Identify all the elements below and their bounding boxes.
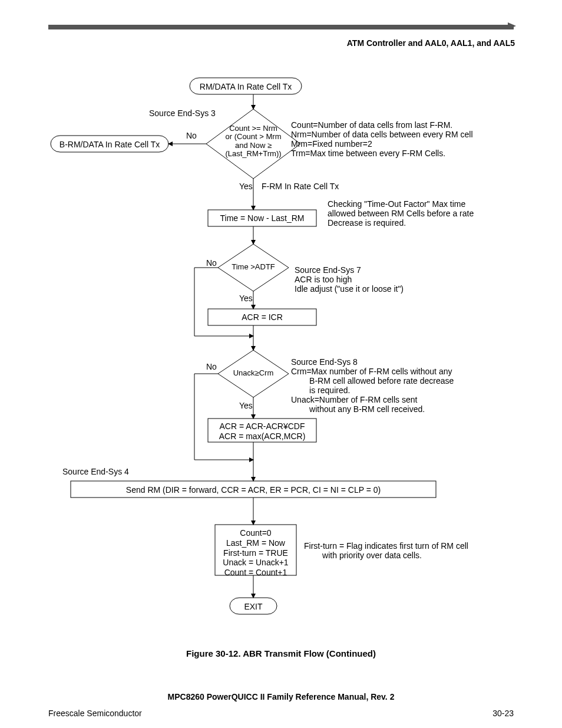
label-frm: F-RM In Rate Cell Tx <box>262 182 339 191</box>
annotation-4: Source End-Sys 8 Crm=Max number of F-RM … <box>291 357 454 414</box>
decision-3: Unack≥Crm <box>218 369 289 378</box>
decision-2: Time >ADTF <box>218 263 289 272</box>
process-acr-icr: ACR = ICR <box>208 312 316 322</box>
process-send-rm: Send RM (DIR = forward, CCR = ACR, ER = … <box>71 485 436 495</box>
annotation-5: First-turn = Flag indicates first turn o… <box>304 541 468 560</box>
label-yes-1: Yes <box>239 182 253 191</box>
label-yes-2: Yes <box>239 294 253 303</box>
process-time: Time = Now - Last_RM <box>208 213 316 223</box>
annotation-3: Source End-Sys 7 ACR is too high Idle ad… <box>295 265 404 294</box>
footer-left: Freescale Semiconductor <box>48 709 142 718</box>
page: ATM Controller and AAL0, AAL1, and AAL5 <box>0 0 562 728</box>
label-no-1: No <box>186 131 197 140</box>
terminator-exit: EXIT <box>230 602 277 611</box>
figure-caption: Figure 30-12. ABR Transmit Flow (Continu… <box>0 648 562 658</box>
annotation-1: Count=Number of data cells from last F-R… <box>291 120 473 158</box>
label-yes-3: Yes <box>239 401 253 410</box>
footer-right: 30-23 <box>492 709 514 718</box>
flowchart-svg <box>0 0 562 728</box>
decision-1: Count >= Nrm or (Count > Mrm and Now ≥ (… <box>206 124 300 158</box>
terminator-brm: B-RM/DATA In Rate Cell Tx <box>51 140 168 149</box>
terminator-start: RM/DATA In Rate Cell Tx <box>190 82 302 91</box>
manual-title: MPC8260 PowerQUICC II Family Reference M… <box>0 692 562 701</box>
annotation-2: Checking "Time-Out Factor" Max time allo… <box>328 199 474 228</box>
process-final: Count=0 Last_RM = Now First-turn = TRUE … <box>215 528 296 578</box>
label-no-3: No <box>206 362 217 371</box>
label-src4: Source End-Sys 4 <box>62 467 129 476</box>
process-acr-cdf: ACR = ACR-ACR¥CDF ACR = max(ACR,MCR) <box>208 421 316 442</box>
label-src3: Source End-Sys 3 <box>149 108 216 118</box>
label-no-2: No <box>206 258 217 268</box>
